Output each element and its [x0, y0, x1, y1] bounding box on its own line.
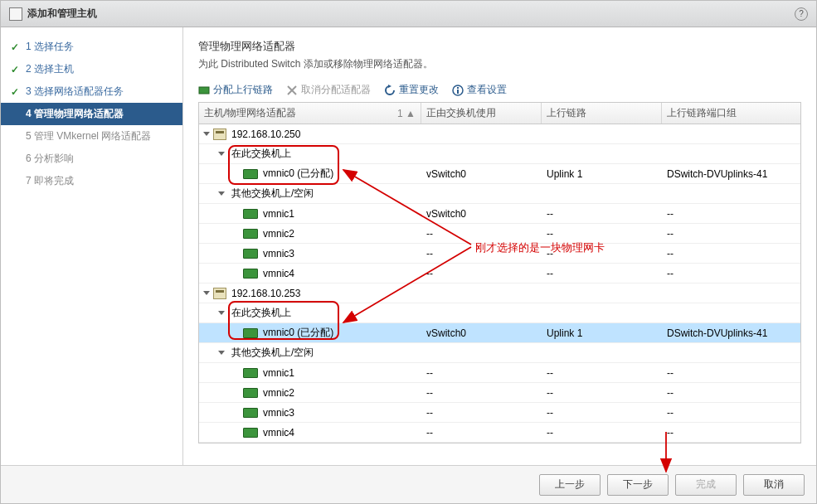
group-row[interactable]: 其他交换机上/空闲	[199, 184, 800, 204]
info-icon	[452, 85, 464, 96]
wizard-step-6: 6 分析影响	[1, 148, 182, 170]
cell-pg: DSwitch-DVUplinks-41	[662, 167, 800, 182]
group-row[interactable]: 在此交换机上	[199, 144, 800, 164]
host-row[interactable]: 192.168.10.253	[199, 284, 800, 303]
svg-rect-6	[457, 87, 459, 89]
wizard-step-3[interactable]: ✓3 选择网络适配器任务	[1, 80, 182, 103]
assign-icon	[198, 85, 210, 96]
finish-button: 完成	[675, 474, 737, 496]
adapter-row[interactable]: vmnic4------	[199, 264, 800, 284]
adapter-row[interactable]: vmnic4------	[199, 423, 800, 443]
cell-pg: --	[662, 266, 800, 281]
col-portgroup[interactable]: 上行链路端口组	[662, 103, 800, 124]
cell-sw	[421, 153, 542, 156]
cell-pg: --	[662, 206, 800, 221]
adapter-row[interactable]: vmnic2------	[199, 383, 800, 403]
step-label: 5 管理 VMkernel 网络适配器	[26, 129, 151, 143]
check-icon: ✓	[11, 41, 21, 53]
expand-icon[interactable]	[217, 189, 226, 198]
row-label: vmnic2	[263, 387, 294, 399]
toolbar: 分配上行链路 取消分配适配器 重置更改 查看设置	[198, 83, 801, 97]
adapter-row[interactable]: vmnic1vSwitch0----	[199, 204, 800, 224]
grid-body: 192.168.10.250在此交换机上vmnic0 (已分配)vSwitch0…	[199, 124, 800, 443]
window-icon	[9, 7, 22, 21]
step-label: 3 选择网络适配器任务	[26, 85, 124, 99]
expand-icon[interactable]	[202, 288, 212, 298]
row-label: vmnic3	[263, 248, 294, 259]
wizard-step-5: 5 管理 VMkernel 网络适配器	[1, 125, 182, 148]
adapter-grid: 主机/物理网络适配器1 ▲ 正由交换机使用 上行链路 上行链路端口组 192.1…	[198, 102, 801, 443]
cell-pg: DSwitch-DVUplinks-41	[662, 326, 800, 341]
cancel-button[interactable]: 取消	[743, 474, 805, 496]
row-label: vmnic0 (已分配)	[263, 167, 333, 181]
svg-rect-0	[199, 87, 209, 94]
group-row[interactable]: 在此交换机上	[199, 303, 800, 323]
host-row[interactable]: 192.168.10.250	[199, 124, 800, 144]
reset-button[interactable]: 重置更改	[384, 83, 439, 97]
page-title: 管理物理网络适配器	[198, 39, 801, 54]
adapter-row[interactable]: vmnic0 (已分配)vSwitch0Uplink 1DSwitch-DVUp…	[199, 164, 800, 184]
wizard-step-4[interactable]: 4 管理物理网络适配器	[1, 103, 182, 125]
main-panel: 管理物理网络适配器 为此 Distributed Switch 添加或移除物理网…	[183, 27, 816, 465]
titlebar: 添加和管理主机 ?	[1, 1, 816, 27]
step-label: 6 分析影响	[26, 152, 74, 166]
view-settings-button[interactable]: 查看设置	[452, 83, 507, 97]
wizard-step-1[interactable]: ✓1 选择任务	[1, 36, 182, 58]
unassign-icon	[286, 85, 298, 96]
nic-icon	[243, 388, 258, 398]
cell-up	[542, 351, 662, 355]
row-label: vmnic4	[263, 427, 294, 439]
assign-uplink-button[interactable]: 分配上行链路	[198, 83, 273, 97]
row-label: 其他交换机上/空闲	[231, 346, 314, 360]
cell-up: --	[542, 206, 662, 221]
adapter-row[interactable]: vmnic3------	[199, 244, 800, 264]
cell-sw	[421, 312, 542, 315]
adapter-row[interactable]: vmnic3------	[199, 403, 800, 423]
cell-pg: --	[662, 405, 800, 420]
nic-icon	[243, 209, 258, 219]
nic-icon	[243, 229, 258, 239]
cell-pg	[662, 192, 800, 196]
cell-pg: --	[662, 385, 800, 400]
adapter-row[interactable]: vmnic1------	[199, 363, 800, 383]
step-label: 7 即将完成	[26, 174, 74, 188]
cell-up: --	[542, 246, 662, 261]
col-host-adapter[interactable]: 主机/物理网络适配器1 ▲	[199, 103, 421, 124]
cell-up: Uplink 1	[542, 167, 662, 182]
cell-sw: --	[421, 425, 542, 440]
row-label: vmnic2	[263, 228, 294, 240]
wizard-step-2[interactable]: ✓2 选择主机	[1, 58, 182, 80]
expand-icon[interactable]	[217, 348, 226, 357]
adapter-row[interactable]: vmnic0 (已分配)vSwitch0Uplink 1DSwitch-DVUp…	[199, 323, 800, 343]
cell-sw	[421, 192, 542, 196]
group-row[interactable]: 其他交换机上/空闲	[199, 343, 800, 363]
adapter-row[interactable]: vmnic2------	[199, 224, 800, 244]
expand-icon[interactable]	[217, 149, 226, 158]
cell-pg: --	[662, 425, 800, 440]
cell-up: --	[542, 385, 662, 400]
wizard-step-7: 7 即将完成	[1, 170, 182, 192]
cell-sw: --	[421, 385, 542, 400]
back-button[interactable]: 上一步	[539, 474, 601, 496]
col-switch[interactable]: 正由交换机使用	[421, 103, 542, 124]
cell-up: --	[542, 425, 662, 440]
expand-icon[interactable]	[202, 129, 212, 138]
cell-up	[542, 153, 662, 156]
row-label: vmnic4	[263, 268, 294, 279]
host-icon	[213, 128, 226, 140]
help-icon[interactable]: ?	[795, 7, 808, 21]
nic-icon	[243, 328, 258, 338]
expand-icon[interactable]	[217, 308, 226, 317]
next-button[interactable]: 下一步	[607, 474, 669, 496]
col-uplink[interactable]: 上行链路	[542, 103, 662, 124]
grid-header: 主机/物理网络适配器1 ▲ 正由交换机使用 上行链路 上行链路端口组	[199, 103, 800, 124]
row-label: 其他交换机上/空闲	[231, 187, 314, 201]
cell-sw: vSwitch0	[421, 326, 542, 341]
svg-marker-3	[388, 85, 391, 88]
nic-icon	[243, 368, 258, 378]
cell-pg	[662, 133, 800, 136]
cell-pg	[662, 351, 800, 355]
step-label: 4 管理物理网络适配器	[26, 107, 124, 121]
nic-icon	[243, 169, 258, 179]
cell-sw: --	[421, 226, 542, 241]
